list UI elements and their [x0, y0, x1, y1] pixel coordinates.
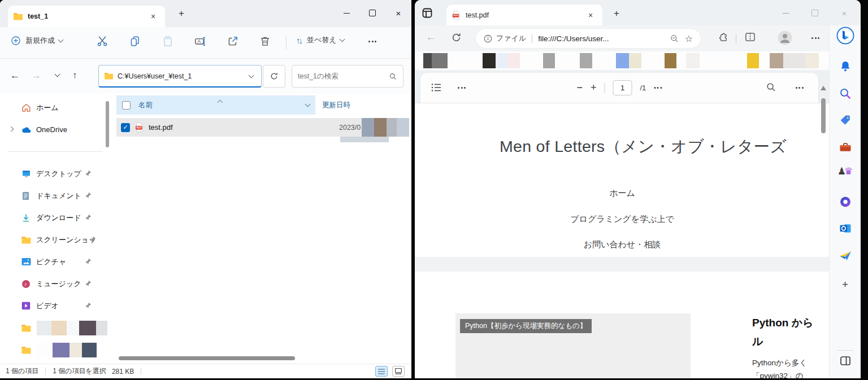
games-button[interactable]: ♟♛: [837, 167, 853, 176]
new-tab-icon[interactable]: +: [179, 8, 184, 19]
address-bar[interactable]: ファイル file:///C:/Users/user... ☆: [476, 29, 701, 48]
minimize-button[interactable]: [333, 0, 359, 26]
sidebar-item-label: ホーム: [36, 103, 59, 113]
share-button[interactable]: [227, 35, 239, 47]
scrollbar-thumb[interactable]: [821, 98, 826, 133]
close-button[interactable]: ×: [831, 0, 857, 26]
cut-button[interactable]: [96, 35, 108, 47]
sidebar-scrollbar[interactable]: [106, 101, 109, 147]
pdf-scrollbar[interactable]: [820, 86, 827, 133]
column-filter-icon[interactable]: [305, 102, 311, 107]
refresh-icon[interactable]: [451, 32, 462, 43]
address-dropdown-icon[interactable]: [249, 72, 254, 78]
pdf-article-column: Python から ル Pythonから多く 「pywin32」の: [752, 313, 830, 378]
forward-icon[interactable]: →: [32, 70, 41, 81]
microsoft-365-button[interactable]: [839, 196, 851, 208]
delete-button[interactable]: [259, 35, 271, 47]
zoom-out-button[interactable]: −: [576, 82, 583, 94]
sidebar-item-pictures[interactable]: ピクチャ: [0, 251, 111, 273]
share-icon: [227, 35, 239, 47]
pdf-search-button[interactable]: [766, 82, 776, 93]
edge-titlebar: PDF test.pdf × + ×: [415, 0, 861, 25]
folder-icon: [14, 12, 23, 20]
scroll-up-icon[interactable]: [821, 86, 826, 90]
page-number-input[interactable]: [613, 80, 632, 95]
file-row-selected[interactable]: ✓ PDF test.pdf 2023/0: [116, 118, 388, 137]
pdf-file-icon: PDF: [135, 123, 144, 132]
paste-button[interactable]: [162, 35, 174, 47]
drop-button[interactable]: [839, 250, 852, 261]
column-header-date[interactable]: 更新日時: [322, 95, 350, 115]
split-screen-button[interactable]: [745, 32, 756, 42]
sidebar-item-documents[interactable]: ドキュメント: [0, 185, 111, 207]
sidebar-item-downloads[interactable]: ダウンロード: [0, 207, 111, 229]
search-box[interactable]: [292, 65, 403, 88]
sidebar-item-onedrive[interactable]: OneDrive: [0, 119, 111, 141]
column-header-name[interactable]: 名前: [116, 95, 315, 115]
select-all-checkbox[interactable]: [122, 101, 131, 110]
more-commands-button[interactable]: [368, 41, 376, 42]
close-button[interactable]: ×: [385, 0, 411, 26]
table-of-contents-button[interactable]: [431, 82, 442, 93]
settings-more-button[interactable]: [811, 37, 819, 39]
sidebar-search-button[interactable]: [839, 88, 852, 100]
pdf-nav-link[interactable]: プログラミングを学ぶ上で: [415, 214, 830, 225]
sidebar-divider: [837, 350, 853, 351]
sidebar-item-videos[interactable]: ビデオ: [0, 295, 111, 317]
redacted-block: [67, 321, 79, 335]
pdf-nav-link[interactable]: ホーム: [415, 188, 830, 199]
back-icon[interactable]: ←: [426, 32, 436, 43]
shopping-button[interactable]: [839, 115, 851, 126]
maximize-button[interactable]: [802, 0, 828, 26]
address-bar[interactable]: C:¥Users¥user_¥test_1: [98, 65, 262, 88]
favorites-bar[interactable]: [415, 51, 830, 70]
preview-pane-button[interactable]: [392, 366, 405, 377]
home-icon: [21, 103, 31, 112]
notifications-button[interactable]: [839, 60, 851, 73]
info-icon[interactable]: [484, 34, 492, 43]
favorite-star-icon[interactable]: ☆: [685, 33, 693, 44]
refresh-button[interactable]: [263, 65, 285, 88]
sidebar-item-music[interactable]: ♪ ミュージック: [0, 273, 111, 295]
sort-arrows-icon: ↑↓: [296, 36, 301, 45]
horizontal-scrollbar[interactable]: [119, 356, 295, 360]
explorer-tab[interactable]: test_1 ×: [8, 6, 165, 27]
pdf-nav-link[interactable]: お問い合わせ・相談: [415, 239, 830, 250]
new-tab-icon[interactable]: +: [614, 8, 619, 19]
pdf-more-right-button[interactable]: [796, 87, 804, 89]
sidebar-item-desktop[interactable]: デスクトップ: [0, 163, 111, 185]
maximize-button[interactable]: [359, 0, 385, 26]
sort-button[interactable]: ↑↓ 並べ替え: [296, 35, 344, 45]
sidebar-item-redacted[interactable]: [0, 317, 111, 339]
rename-button[interactable]: A: [194, 35, 206, 47]
sidebar-item-screenshots[interactable]: スクリーンショッ: [0, 229, 111, 251]
extensions-button[interactable]: [718, 32, 728, 43]
explorer-tab-title: test_1: [28, 12, 147, 20]
minimize-button[interactable]: [772, 0, 798, 26]
recent-locations-icon[interactable]: [55, 72, 60, 77]
zoom-in-button[interactable]: +: [591, 82, 597, 94]
outlook-button[interactable]: [839, 223, 851, 234]
zoom-out-icon[interactable]: [670, 34, 679, 43]
tab-close-icon[interactable]: ×: [147, 10, 159, 23]
pdf-more-left-button[interactable]: [458, 87, 466, 89]
tools-button[interactable]: [839, 142, 851, 152]
details-view-button[interactable]: [375, 366, 388, 377]
sidebar-toggle-button[interactable]: [840, 356, 851, 366]
edge-tab[interactable]: PDF test.pdf ×: [446, 5, 602, 25]
sidebar-item-redacted[interactable]: [0, 339, 111, 361]
row-checkbox-checked[interactable]: ✓: [121, 123, 130, 132]
expand-chevron-icon[interactable]: [8, 126, 14, 132]
copy-button[interactable]: [129, 35, 141, 47]
search-input[interactable]: [292, 72, 389, 80]
sidebar-add-button[interactable]: +: [842, 278, 848, 291]
tab-close-icon[interactable]: ×: [584, 9, 597, 21]
sidebar-item-home[interactable]: ホーム: [0, 97, 111, 119]
pdf-page-more-button[interactable]: [654, 87, 662, 89]
back-icon[interactable]: ←: [10, 70, 20, 81]
bing-chat-button[interactable]: [836, 27, 854, 45]
profile-button[interactable]: [778, 30, 792, 45]
tab-actions-menu[interactable]: [422, 7, 433, 19]
new-button[interactable]: 新規作成: [10, 35, 63, 46]
up-icon[interactable]: ↑: [72, 70, 77, 81]
